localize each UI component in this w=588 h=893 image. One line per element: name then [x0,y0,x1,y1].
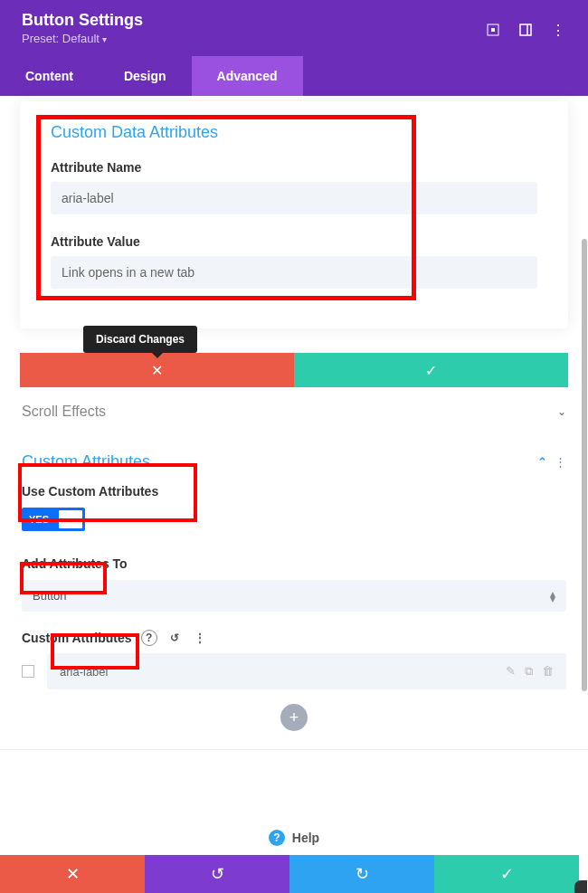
toggle-text: YES [29,514,49,525]
duplicate-icon[interactable]: ⧉ [525,664,533,679]
select-value: Button [33,589,67,603]
add-attribute-button[interactable]: + [280,704,308,731]
attribute-item-text: aria-label [60,665,108,679]
divider [0,749,588,750]
footer-undo-button[interactable]: ↺ [145,855,289,893]
attribute-item-row: aria-label ✎ ⧉ 🗑 [22,653,566,689]
discard-tooltip: Discard Changes [83,326,197,353]
attribute-value-input[interactable] [51,256,537,289]
chevron-down-icon: ⌄ [557,405,566,418]
page-title: Button Settings [22,7,143,30]
add-attributes-to-label: Add Attributes To [22,556,566,571]
help-icon: ? [269,830,285,846]
use-custom-attributes-label: Use Custom Attributes [22,484,566,499]
scroll-effects-section[interactable]: Scroll Effects ⌄ [0,387,588,436]
vertical-scrollbar[interactable] [582,239,587,691]
reset-icon[interactable]: ↺ [166,630,183,646]
tab-advanced[interactable]: Advanced [192,56,303,96]
more-icon[interactable]: ⋮ [555,455,566,469]
use-custom-attributes-row: Use Custom Attributes YES [0,479,588,531]
body: Attributes ⌄ Custom Data Attributes Attr… [0,96,588,750]
footer-cancel-button[interactable]: ✕ [0,855,145,893]
custom-attributes-list-label: Custom Attributes [22,631,132,645]
add-attributes-to-row: Add Attributes To Button ▴▾ [0,531,588,612]
delete-icon[interactable]: 🗑 [542,664,554,679]
footer-save-button[interactable]: ✓ [434,855,579,893]
redo-icon: ↻ [356,864,369,884]
header-titles: Button Settings Preset: Default [22,7,143,52]
attribute-item-checkbox[interactable] [22,665,34,678]
scroll-effects-label: Scroll Effects [22,404,106,420]
more-icon[interactable]: ⋮ [192,630,208,646]
use-custom-attributes-toggle[interactable]: YES [22,508,85,531]
popup-actions: ✕ ✓ [20,353,568,387]
close-icon: ✕ [66,864,80,884]
svg-rect-1 [491,28,495,32]
header-actions: ⋮ [485,22,566,38]
panel-icon[interactable] [517,22,534,38]
more-icon[interactable]: ⋮ [550,22,566,38]
custom-data-attributes-popup: Custom Data Attributes Attribute Name At… [20,101,568,328]
resize-handle[interactable] [574,880,587,893]
select-arrows-icon: ▴▾ [550,591,555,602]
expand-icon[interactable] [485,22,501,38]
custom-attributes-list-header: Custom Attributes ? ↺ ⋮ [0,612,588,653]
tab-design[interactable]: Design [99,56,192,96]
help-row[interactable]: ? Help [0,830,588,846]
attribute-name-input[interactable] [51,182,537,214]
footer-redo-button[interactable]: ↻ [289,855,434,893]
add-attributes-to-select[interactable]: Button ▴▾ [22,580,566,612]
chevron-up-icon[interactable]: ⌃ [537,455,547,469]
header-top: Button Settings Preset: Default ⋮ [22,7,566,56]
confirm-button[interactable]: ✓ [294,353,568,387]
popup-actions-wrap: Discard Changes ✕ ✓ [0,353,588,387]
attribute-name-label: Attribute Name [51,160,537,175]
help-icon[interactable]: ? [141,630,157,646]
undo-icon: ↺ [211,864,224,884]
check-icon: ✓ [425,362,437,379]
close-icon: ✕ [151,362,163,379]
custom-attributes-title: Custom Attributes [22,452,150,471]
header-bar: Button Settings Preset: Default ⋮ [0,0,588,56]
check-icon: ✓ [500,864,514,884]
attribute-item-box[interactable]: aria-label ✎ ⧉ 🗑 [47,653,566,689]
attribute-value-label: Attribute Value [51,234,537,249]
footer-actions: ✕ ↺ ↻ ✓ [0,855,579,893]
plus-icon: + [289,708,299,727]
svg-rect-2 [520,24,531,35]
tab-content[interactable]: Content [0,56,99,96]
custom-attributes-section[interactable]: Custom Attributes ⌃ ⋮ [0,436,588,479]
popup-title: Custom Data Attributes [51,123,537,142]
help-label: Help [292,831,319,845]
custom-attr-header-icons: ⌃ ⋮ [537,455,566,469]
tabs: Content Design Advanced [0,56,588,96]
edit-icon[interactable]: ✎ [506,664,516,679]
preset-selector[interactable]: Preset: Default [22,32,143,52]
attribute-item-actions: ✎ ⧉ 🗑 [506,664,554,679]
